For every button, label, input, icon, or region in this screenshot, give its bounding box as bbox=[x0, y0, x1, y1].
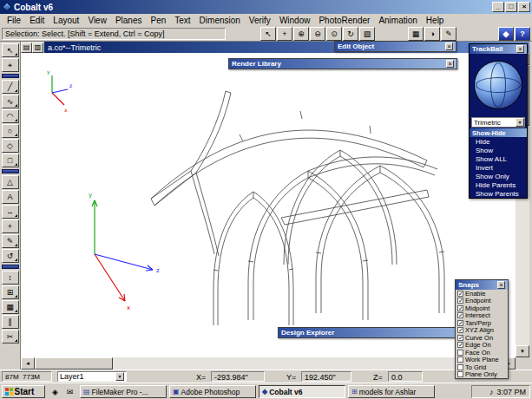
document-titlebar[interactable]: a.co*--Trimetric bbox=[44, 42, 529, 53]
menu-layout[interactable]: Layout bbox=[49, 15, 83, 26]
shade-icon[interactable]: ▧ bbox=[359, 27, 375, 41]
tool-parallel[interactable]: ∥ bbox=[2, 315, 19, 329]
drawing-canvas[interactable]: y x z y x z bbox=[21, 53, 516, 357]
tool-sketch[interactable]: ✎ bbox=[2, 234, 19, 248]
menu-photorender[interactable]: PhotoRender bbox=[314, 15, 374, 26]
tool-circle[interactable]: ○ bbox=[2, 124, 19, 138]
checkbox-icon[interactable] bbox=[457, 350, 463, 356]
view-selector[interactable]: Trimetric ▼ bbox=[471, 117, 525, 128]
z-coordinate[interactable]: 0.0 bbox=[388, 371, 423, 382]
palette-divider[interactable] bbox=[2, 74, 19, 78]
horizontal-scroll-thumb[interactable] bbox=[35, 357, 113, 370]
tool-arc[interactable]: ◠ bbox=[2, 109, 19, 123]
tool-selection-filter[interactable]: ⌖ bbox=[2, 58, 19, 72]
checkbox-icon[interactable] bbox=[457, 371, 463, 377]
menu-animation[interactable]: Animation bbox=[374, 15, 421, 26]
menu-item-show-only[interactable]: Show Only bbox=[470, 172, 527, 180]
menu-item-invert[interactable]: Invert bbox=[470, 163, 527, 172]
window-titlebar[interactable]: Cobalt v6 _ □ × bbox=[0, 0, 532, 14]
checkbox-icon[interactable]: ✓ bbox=[457, 342, 463, 348]
snap-option-xyz-align[interactable]: ✓XYZ Align bbox=[456, 327, 508, 335]
quick-launch-icon-2[interactable]: ✉ bbox=[63, 385, 76, 398]
checkbox-icon[interactable]: ✓ bbox=[457, 291, 463, 297]
grid-icon[interactable]: ▦ bbox=[408, 27, 424, 41]
checkbox-icon[interactable] bbox=[457, 356, 463, 363]
tool-surface[interactable]: ⊞ bbox=[2, 285, 19, 299]
chevron-down-icon[interactable]: ▼ bbox=[115, 372, 124, 381]
maximize-button[interactable]: □ bbox=[505, 2, 517, 12]
tool-rectangle[interactable]: □ bbox=[2, 154, 19, 167]
snaps-palette[interactable]: Snaps × ✓Enable ✓Endpoint ✓Midpoint ✓Int… bbox=[455, 279, 509, 379]
taskbar-button-photoshop[interactable]: ▣ Adobe Photoshop bbox=[169, 385, 256, 398]
trackball-titlebar[interactable]: TrackBall × bbox=[470, 44, 527, 54]
layer-selector[interactable]: Layer1 ▼ bbox=[57, 371, 127, 382]
snap-option-to-grid[interactable]: To Grid bbox=[456, 363, 508, 371]
tool-trim[interactable]: ✂ bbox=[2, 330, 19, 343]
menu-help[interactable]: Help bbox=[422, 15, 449, 26]
x-coordinate[interactable]: -293.984" bbox=[211, 371, 265, 382]
select-cursor-icon[interactable]: ↖ bbox=[260, 27, 276, 41]
start-button[interactable]: Start bbox=[2, 385, 45, 398]
tool-ellipse[interactable]: ◇ bbox=[2, 139, 19, 153]
checkbox-icon[interactable]: ✓ bbox=[457, 327, 463, 333]
tool-line[interactable]: ╱ bbox=[2, 80, 19, 94]
checkbox-icon[interactable]: ✓ bbox=[457, 312, 463, 318]
menu-dimension[interactable]: Dimension bbox=[195, 15, 245, 26]
tool-text[interactable]: A bbox=[2, 190, 19, 204]
close-icon[interactable]: × bbox=[516, 45, 524, 53]
trackball-palette[interactable]: TrackBall × Trimetric ▼ Show-Hide Hide S… bbox=[469, 43, 528, 199]
clock[interactable]: 3:07 PM bbox=[496, 388, 526, 396]
menu-item-hide-parents[interactable]: Hide Parents bbox=[470, 180, 527, 189]
tool-dimension[interactable]: ↔ bbox=[2, 205, 19, 219]
volume-icon[interactable]: ♪ bbox=[489, 388, 494, 396]
design-explorer-palette[interactable]: Design Explorer × bbox=[278, 327, 470, 338]
render-library-palette[interactable]: Render Library × bbox=[228, 58, 457, 69]
render-icon[interactable]: ◑ bbox=[424, 27, 440, 41]
palette-divider[interactable] bbox=[2, 265, 19, 269]
menu-item-show-parents[interactable]: Show Parents bbox=[470, 189, 527, 198]
snap-option-plane-only[interactable]: Plane Only bbox=[456, 371, 508, 379]
scroll-down-icon[interactable]: ▼ bbox=[516, 345, 529, 357]
menu-view[interactable]: View bbox=[83, 15, 111, 26]
edit-icon[interactable]: ✎ bbox=[441, 27, 456, 41]
menu-verify[interactable]: Verify bbox=[245, 15, 275, 26]
close-button[interactable]: × bbox=[518, 2, 530, 12]
tool-mesh[interactable]: ▦ bbox=[2, 300, 19, 314]
checkbox-icon[interactable]: ✓ bbox=[457, 305, 463, 311]
trackball-control[interactable] bbox=[474, 61, 522, 109]
menu-text[interactable]: Text bbox=[170, 15, 194, 26]
menu-window[interactable]: Window bbox=[275, 15, 315, 26]
tool-point[interactable]: + bbox=[2, 219, 19, 233]
menu-item-show-all[interactable]: Show ALL bbox=[470, 154, 527, 163]
snap-option-midpoint[interactable]: ✓Midpoint bbox=[456, 304, 508, 312]
checkbox-icon[interactable]: ✓ bbox=[457, 320, 463, 326]
menu-edit[interactable]: Edit bbox=[25, 15, 49, 26]
taskbar-button-cobalt[interactable]: ◆ Cobalt v6 bbox=[259, 385, 345, 398]
ashlar-logo-icon[interactable]: ◆ bbox=[498, 27, 514, 41]
checkbox-icon[interactable]: ✓ bbox=[457, 298, 463, 304]
tool-rotate[interactable]: ↺ bbox=[2, 249, 19, 263]
tool-polygon[interactable]: △ bbox=[2, 175, 19, 189]
close-icon[interactable]: × bbox=[497, 281, 505, 289]
checkbox-icon[interactable]: ✓ bbox=[457, 335, 463, 341]
menu-item-hide[interactable]: Hide bbox=[470, 137, 527, 146]
snap-option-enable[interactable]: ✓Enable bbox=[456, 290, 508, 298]
snap-option-tanperp[interactable]: ✓Tan/Perp bbox=[456, 319, 508, 327]
sheet-icon-2[interactable]: ▥ bbox=[32, 43, 43, 53]
zoom-all-icon[interactable]: ⊙ bbox=[326, 27, 342, 41]
tool-select[interactable]: ↖ bbox=[2, 43, 19, 57]
menu-pen[interactable]: Pen bbox=[146, 15, 170, 26]
design-explorer-titlebar[interactable]: Design Explorer × bbox=[279, 328, 469, 337]
close-icon[interactable]: × bbox=[446, 60, 454, 68]
snap-option-work-plane[interactable]: Work Plane bbox=[456, 356, 508, 364]
scroll-left-icon[interactable]: ◄ bbox=[21, 357, 35, 370]
checkbox-icon[interactable] bbox=[457, 364, 463, 370]
close-icon[interactable]: × bbox=[445, 43, 453, 50]
snap-option-curve-on[interactable]: ✓Curve On bbox=[456, 334, 508, 342]
y-coordinate[interactable]: 192.450" bbox=[301, 371, 351, 382]
snap-option-endpoint[interactable]: ✓Endpoint bbox=[456, 298, 508, 305]
refresh-icon[interactable]: ↻ bbox=[343, 27, 358, 41]
snap-option-intersect[interactable]: ✓Intersect bbox=[456, 312, 508, 320]
pan-icon[interactable]: + bbox=[277, 27, 292, 41]
taskbar-button-filemaker[interactable]: ▤ FileMaker Pro -... bbox=[80, 385, 167, 398]
